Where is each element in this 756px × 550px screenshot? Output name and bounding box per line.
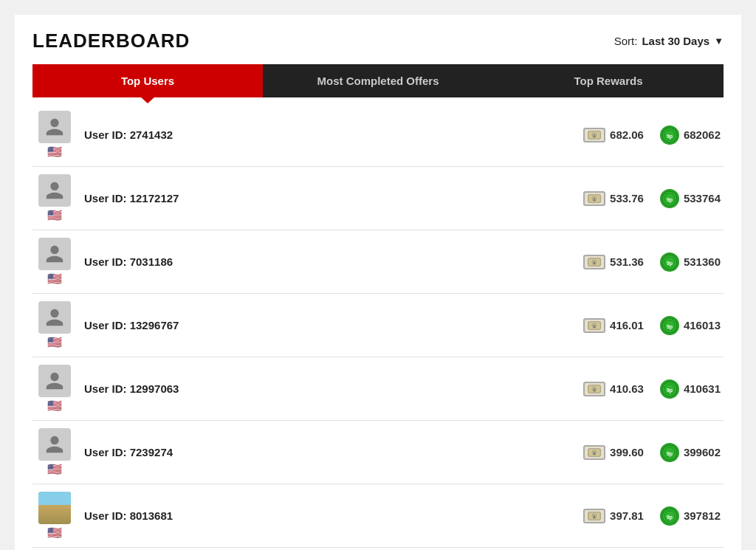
avatar: 🇺🇸 <box>35 111 74 159</box>
table-row: 🇺🇸User ID: 12935411$364.959p364950 <box>32 548 724 551</box>
points-reward: 9p410631 <box>660 379 721 399</box>
points-value: 531360 <box>684 255 721 268</box>
table-row: 🇺🇸User ID: 13296767$416.019p416013 <box>32 294 724 357</box>
user-id: User ID: 12997063 <box>84 382 179 395</box>
points-reward: 9p682062 <box>660 126 721 145</box>
user-id: User ID: 7031186 <box>84 255 173 268</box>
money-icon: $ <box>583 509 605 523</box>
svg-text:9p: 9p <box>667 515 673 520</box>
cash-reward: $399.60 <box>583 445 644 460</box>
flag-icon: 🇺🇸 <box>47 462 62 476</box>
cash-value: 416.01 <box>610 319 644 331</box>
points-icon: 9p <box>660 443 679 462</box>
sort-control[interactable]: Sort: Last 30 Days ▼ <box>614 35 724 47</box>
svg-text:9p: 9p <box>667 451 673 457</box>
sort-value: Last 30 Days <box>642 35 709 47</box>
money-icon: $ <box>583 255 605 269</box>
avatar: 🇺🇸 <box>35 492 74 540</box>
cash-value: 533.76 <box>610 192 644 204</box>
money-icon: $ <box>583 382 605 396</box>
cash-reward: $533.76 <box>583 191 644 206</box>
svg-text:$: $ <box>594 388 596 392</box>
cash-reward: $416.01 <box>583 318 644 333</box>
svg-text:$: $ <box>594 515 596 519</box>
money-icon: $ <box>583 191 605 206</box>
user-id: User ID: 7239274 <box>84 446 173 458</box>
svg-text:9p: 9p <box>667 388 673 393</box>
svg-text:9p: 9p <box>667 197 673 203</box>
cash-reward: $410.63 <box>583 382 644 396</box>
svg-text:$: $ <box>594 261 596 265</box>
flag-icon: 🇺🇸 <box>47 526 62 540</box>
cash-value: 682.06 <box>610 128 644 141</box>
flag-icon: 🇺🇸 <box>47 335 62 349</box>
flag-icon: 🇺🇸 <box>47 272 62 286</box>
flag-icon: 🇺🇸 <box>47 399 62 413</box>
cash-value: 399.60 <box>610 446 644 458</box>
tab-most-completed[interactable]: Most Completed Offers <box>263 64 493 97</box>
cash-value: 531.36 <box>610 255 644 268</box>
svg-text:$: $ <box>594 197 596 202</box>
sort-label: Sort: <box>614 35 638 47</box>
svg-text:$: $ <box>594 451 596 456</box>
cash-reward: $682.06 <box>583 128 644 142</box>
avatar: 🇺🇸 <box>35 301 74 349</box>
avatar: 🇺🇸 <box>35 238 74 286</box>
svg-text:$: $ <box>594 324 596 329</box>
svg-text:9p: 9p <box>667 134 673 140</box>
leaderboard-table: 🇺🇸User ID: 2741432$682.069p682062 🇺🇸User… <box>32 103 724 550</box>
chevron-down-icon: ▼ <box>714 35 724 47</box>
user-id: User ID: 2741432 <box>84 128 173 141</box>
points-value: 533764 <box>684 192 721 204</box>
points-value: 397812 <box>684 509 721 522</box>
user-id: User ID: 13296767 <box>84 319 179 331</box>
tabs-row: Top Users Most Completed Offers Top Rewa… <box>32 64 724 97</box>
svg-text:$: $ <box>594 134 596 138</box>
table-row: 🇺🇸User ID: 8013681$397.819p397812 <box>32 484 724 548</box>
points-value: 410631 <box>684 382 721 395</box>
table-row: 🇺🇸User ID: 12172127$533.769p533764 <box>32 167 724 230</box>
points-icon: 9p <box>660 379 679 399</box>
money-icon: $ <box>583 128 605 142</box>
cash-value: 397.81 <box>610 509 644 522</box>
money-icon: $ <box>583 445 605 460</box>
table-row: 🇺🇸User ID: 2741432$682.069p682062 <box>32 103 724 167</box>
svg-text:9p: 9p <box>667 261 673 267</box>
avatar: 🇺🇸 <box>35 365 74 413</box>
points-reward: 9p531360 <box>660 252 721 272</box>
table-row: 🇺🇸User ID: 7031186$531.369p531360 <box>32 230 724 294</box>
points-value: 399602 <box>684 446 721 458</box>
avatar: 🇺🇸 <box>35 174 74 222</box>
points-icon: 9p <box>660 126 679 145</box>
points-icon: 9p <box>660 506 679 526</box>
user-id: User ID: 12172127 <box>84 192 179 204</box>
tab-top-users[interactable]: Top Users <box>32 64 263 97</box>
points-reward: 9p399602 <box>660 443 721 462</box>
cash-reward: $531.36 <box>583 255 644 269</box>
tab-top-rewards[interactable]: Top Rewards <box>493 64 724 97</box>
points-reward: 9p533764 <box>660 189 721 208</box>
avatar: 🇺🇸 <box>35 428 74 476</box>
points-icon: 9p <box>660 316 679 335</box>
svg-text:9p: 9p <box>667 324 673 330</box>
points-value: 416013 <box>684 319 721 331</box>
table-row: 🇺🇸User ID: 12997063$410.639p410631 <box>32 357 724 421</box>
table-row: 🇺🇸User ID: 7239274$399.609p399602 <box>32 421 724 484</box>
points-icon: 9p <box>660 189 679 208</box>
money-icon: $ <box>583 318 605 333</box>
cash-value: 410.63 <box>610 382 644 395</box>
cash-reward: $397.81 <box>583 509 644 523</box>
points-reward: 9p397812 <box>660 506 721 526</box>
points-reward: 9p416013 <box>660 316 721 335</box>
header-row: LEADERBOARD Sort: Last 30 Days ▼ <box>32 30 724 52</box>
points-value: 682062 <box>684 128 721 141</box>
user-id: User ID: 8013681 <box>84 509 173 522</box>
flag-icon: 🇺🇸 <box>47 208 62 222</box>
page-title: LEADERBOARD <box>32 30 190 52</box>
flag-icon: 🇺🇸 <box>47 145 62 159</box>
points-icon: 9p <box>660 252 679 272</box>
